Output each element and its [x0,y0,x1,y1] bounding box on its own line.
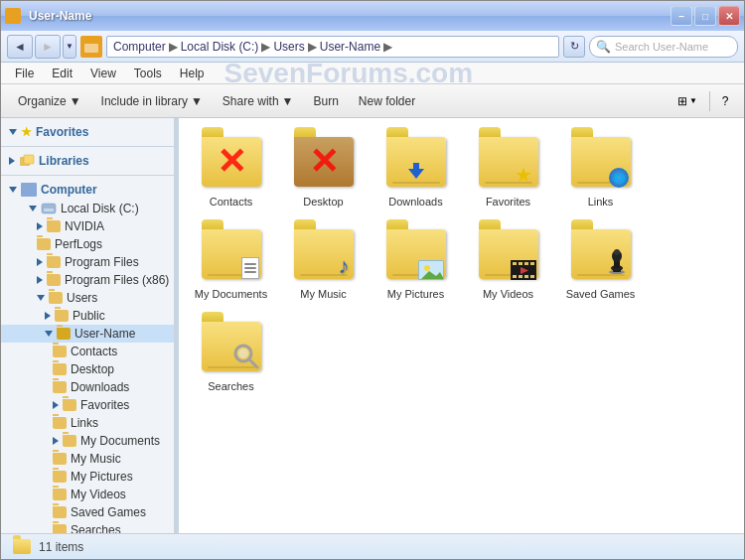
sidebar-libraries-label: Libraries [39,154,89,168]
file-item-searches[interactable]: Searches [189,313,273,397]
libraries-triangle [9,157,15,165]
sidebar-item-myvideos[interactable]: My Videos [1,486,174,503]
sidebar-item-savedgames[interactable]: Saved Games [1,503,174,521]
organize-button[interactable]: Organize ▼ [9,88,90,114]
sidebar-mymusic-label: My Music [71,452,121,466]
include-library-button[interactable]: Include in library ▼ [92,88,212,114]
mypictures-file-icon [384,224,448,284]
file-item-links[interactable]: 🌐 Links [558,128,643,212]
sidebar-contacts-label: Contacts [71,345,117,358]
sidebar-computer-header[interactable]: Computer [1,180,174,200]
sidebar-links-label: Links [71,416,98,430]
explorer-window: User-Name – □ ✕ ◄ ► ▼ Computer ▶ Local D… [0,0,745,560]
sidebar-item-desktop[interactable]: Desktop [1,360,174,378]
share-label: Share with [223,94,279,108]
minimize-button[interactable]: – [670,6,692,26]
burn-button[interactable]: Burn [304,88,347,114]
path-users[interactable]: Users [273,40,304,54]
window-icon [5,8,21,24]
sidebar-downloads-label: Downloads [71,380,129,394]
nav-buttons: ◄ ► ▼ [7,35,76,59]
sidebar-item-searches[interactable]: Searches [1,521,174,533]
contacts-file-icon: ✕ [200,132,263,192]
menu-bar: File Edit View Tools Help SevenForums.co… [1,63,744,84]
localdisk-triangle [29,206,37,211]
sidebar-item-programfiles-x86[interactable]: Program Files (x86) [1,271,174,289]
share-chevron: ▼ [282,94,294,108]
new-folder-button[interactable]: New folder [350,88,424,114]
mypictures-folder-icon [53,471,67,483]
sidebar-item-mymusic[interactable]: My Music [1,450,174,468]
sidebar-favorites-header[interactable]: ★ Favorites [1,122,174,142]
window-title: User-Name [29,9,667,23]
file-item-desktop[interactable]: ✕ Desktop [281,128,366,212]
drive-icon [41,202,57,215]
sidebar-item-links[interactable]: Links [1,414,174,432]
sidebar-item-contacts[interactable]: Contacts [1,343,174,360]
help-icon: ? [722,94,729,108]
pfx86-folder-icon [47,274,61,286]
sidebar-item-nvidia[interactable]: NVIDIA [1,217,174,235]
sidebar-myvideos-label: My Videos [71,488,126,501]
file-item-mydocs[interactable]: My Documents [189,220,273,305]
svg-rect-12 [524,262,528,265]
menu-help[interactable]: Help [172,65,213,82]
file-item-myvideos[interactable]: My Videos [466,220,550,305]
file-item-contacts[interactable]: ✕ Contacts [189,128,273,212]
sidebar-item-public[interactable]: Public [1,307,174,325]
path-username[interactable]: User-Name [320,40,380,54]
sidebar-savedgames-label: Saved Games [71,505,146,519]
back-button[interactable]: ◄ [7,35,33,59]
sidebar-div-1 [1,146,174,147]
mypictures-file-label: My Pictures [387,288,444,301]
pf-triangle [37,258,43,266]
links-folder-icon [53,417,67,429]
file-item-mymusic[interactable]: ♪ My Music [281,220,366,305]
sidebar-item-users[interactable]: Users [1,289,174,307]
search-box[interactable]: 🔍 Search User-Name [589,36,738,58]
address-path[interactable]: Computer ▶ Local Disk (C:) ▶ Users ▶ Use… [106,36,559,58]
recent-button[interactable]: ▼ [63,35,76,59]
menu-file[interactable]: File [7,65,42,82]
sidebar-mydocs-label: My Documents [80,434,160,448]
view-icon: ⊞ [677,94,687,108]
file-item-downloads[interactable]: Downloads [373,128,458,212]
maximize-button[interactable]: □ [694,6,716,26]
file-item-savedgames[interactable]: Saved Games [558,220,643,305]
svg-rect-13 [530,262,534,265]
menu-tools[interactable]: Tools [126,65,170,82]
share-button[interactable]: Share with ▼ [214,88,303,114]
mymusic-file-icon: ♪ [292,224,356,284]
menu-view[interactable]: View [82,65,124,82]
perflogs-folder-icon [37,238,51,250]
doc-line-1 [244,263,256,265]
pfx86-triangle [37,276,43,284]
sidebar-item-favorites-sub[interactable]: Favorites [1,396,174,414]
favorites-triangle [9,129,17,135]
menu-edit[interactable]: Edit [44,65,80,82]
address-bar: ◄ ► ▼ Computer ▶ Local Disk (C:) ▶ Users… [1,31,744,63]
view-options-button[interactable]: ⊞ ▼ [670,90,705,112]
help-button[interactable]: ? [714,90,736,112]
forward-button[interactable]: ► [35,35,61,59]
sidebar-item-mydocs[interactable]: My Documents [1,432,174,450]
sidebar-item-downloads[interactable]: Downloads [1,378,174,396]
sidebar-item-localdisk[interactable]: Local Disk (C:) [1,200,174,217]
path-localdisk[interactable]: Local Disk (C:) [181,40,259,54]
sidebar-item-programfiles[interactable]: Program Files [1,253,174,271]
sidebar-item-perflogs[interactable]: PerfLogs [1,235,174,253]
sidebar-item-username[interactable]: User-Name [1,325,174,343]
mydocs-file-label: My Documents [195,288,267,301]
file-item-favorites[interactable]: ★ Favorites [466,128,550,212]
sidebar-item-mypictures[interactable]: My Pictures [1,468,174,486]
path-computer[interactable]: Computer [113,40,166,54]
file-item-mypictures[interactable]: My Pictures [373,220,458,305]
sidebar: ★ Favorites Libraries Computer [1,118,175,533]
close-button[interactable]: ✕ [718,6,740,26]
path-folder-icon [80,36,102,58]
toolbar-right: ⊞ ▼ ? [670,90,736,112]
fav-sub-triangle [53,401,59,409]
refresh-button[interactable]: ↻ [563,36,585,58]
mypictures-badge [418,260,444,280]
sidebar-libraries-header[interactable]: Libraries [1,151,174,171]
